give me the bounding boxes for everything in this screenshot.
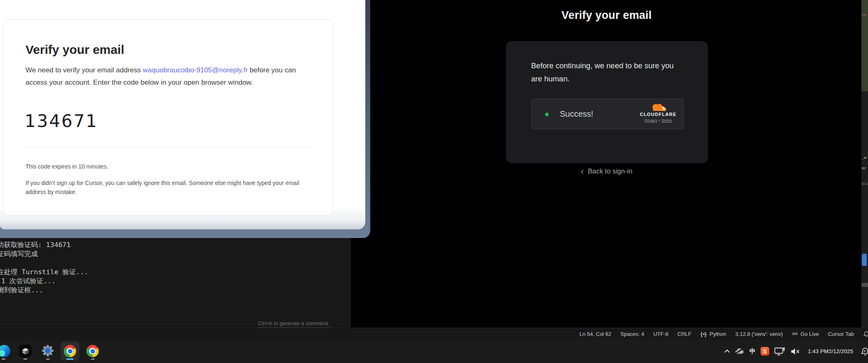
chevron-left-icon: ‹ xyxy=(581,166,584,176)
onedrive-offline-icon[interactable] xyxy=(734,347,745,356)
email-window: Verify your email We need to verify your… xyxy=(0,0,365,229)
verification-code: 134671 xyxy=(25,111,98,131)
taskbar-clock[interactable]: 1:43 PM 2/12/2025 xyxy=(808,348,853,355)
scrollbar-badge[interactable] xyxy=(862,254,867,266)
system-tray: 中 S 1:43 PM 2/12/2025 xyxy=(725,340,868,363)
terminal-output: 功获取验证码: 134671 证码填写完成 在处理 Turnstile 验证..… xyxy=(0,240,88,295)
email-card: Verify your email We need to verify your… xyxy=(3,19,333,215)
turnstile-status: Success! xyxy=(560,109,593,119)
statusbar-eol[interactable]: CRLF xyxy=(673,328,696,340)
svg-text:z: z xyxy=(864,349,866,353)
verify-page-title: Verify your email xyxy=(351,9,862,22)
cloudflare-cloud-icon xyxy=(649,103,668,111)
braces-icon: {} xyxy=(701,331,707,337)
scrollbar-thumb[interactable] xyxy=(861,283,868,287)
turnstile-widget[interactable]: Success! CLOUDFLARE Privacy•Terms xyxy=(531,99,684,129)
taskbar: 中 S 1:43 PM 2/12/2025 xyxy=(0,340,868,363)
running-indicator xyxy=(46,358,50,360)
editor-sliver: co _w er bli xyxy=(861,0,868,328)
terms-link[interactable]: Terms xyxy=(661,118,672,123)
terminal-line: 功获取验证码: 134671 xyxy=(0,240,88,250)
running-indicator xyxy=(91,358,95,360)
back-link-label: Back to sign-in xyxy=(588,167,632,175)
cloudflare-logo: CLOUDFLARE Privacy•Terms xyxy=(638,103,678,123)
code-fragment: _w xyxy=(862,155,866,160)
statusbar-cursor-tab[interactable]: Cursor Tab xyxy=(824,328,859,340)
chrome-icon[interactable] xyxy=(86,345,99,357)
browser-window: Verify your email Before continuing, we … xyxy=(351,0,862,328)
bell-icon xyxy=(863,331,868,338)
email-address-link[interactable]: waquobraucoibo-9105@noreply.fr xyxy=(143,66,248,74)
email-body: We need to verify your email address waq… xyxy=(26,64,316,88)
s-app-tray-icon[interactable]: S xyxy=(761,347,769,356)
tray-chevron-up-icon[interactable] xyxy=(725,349,729,354)
notification-bell-icon[interactable]: z xyxy=(861,347,868,356)
ime-indicator[interactable]: 中 xyxy=(750,347,756,355)
terminal-panel[interactable]: 功获取验证码: 134671 证码填写完成 在处理 Turnstile 验证..… xyxy=(0,238,351,328)
cube-icon xyxy=(21,347,30,355)
statusbar-interpreter[interactable]: 3.12.8 ('venv': venv) xyxy=(731,328,787,340)
screen: 功获取验证码: 134671 证码填写完成 在处理 Turnstile 验证..… xyxy=(0,0,868,363)
expiry-note: This code expires in 10 minutes. xyxy=(26,163,108,170)
verify-card-message: Before continuing, we need to be sure yo… xyxy=(531,59,687,85)
tray-time: 1:43 PM xyxy=(808,348,829,355)
tray-date: 2/12/2025 xyxy=(829,348,853,355)
divider xyxy=(26,147,312,148)
display-tray-icon[interactable] xyxy=(774,347,785,356)
taskbar-app-icons xyxy=(0,340,115,363)
success-dot-icon xyxy=(545,113,549,116)
email-heading: Verify your email xyxy=(26,43,124,57)
statusbar-encoding[interactable]: UTF-8 xyxy=(649,328,673,340)
active-running-indicator xyxy=(66,358,74,360)
volume-muted-icon[interactable] xyxy=(790,347,801,356)
broadcast-icon xyxy=(792,331,798,337)
running-indicator xyxy=(2,358,5,360)
code-fragment: er xyxy=(862,166,866,170)
back-to-sign-in-link[interactable]: ‹Back to sign-in xyxy=(351,166,862,177)
status-bar: Ln 54, Col 62 Spaces: 4 UTF-8 CRLF {} Py… xyxy=(0,328,868,340)
code-fragment: co xyxy=(862,13,866,17)
code-fragment: bli xyxy=(862,182,868,186)
dot-separator: • xyxy=(659,118,660,123)
email-body-before: We need to verify your email address xyxy=(26,66,143,74)
cursor-app-icon[interactable] xyxy=(19,345,32,357)
settings-gear-icon[interactable] xyxy=(41,344,54,357)
statusbar-go-live[interactable]: Go Live xyxy=(787,328,824,340)
statusbar-go-live-label: Go Live xyxy=(801,331,819,337)
ignore-note: If you didn’t sign up for Cursor, you ca… xyxy=(26,179,316,197)
statusbar-language-label: Python xyxy=(710,331,726,337)
terminal-line: 测到验证框... xyxy=(0,286,88,295)
running-indicator xyxy=(23,358,27,360)
cloudflare-wordmark: CLOUDFLARE xyxy=(638,112,678,117)
chrome-active-icon[interactable] xyxy=(60,342,79,361)
email-window-frame: Verify your email We need to verify your… xyxy=(0,0,370,238)
statusbar-cursor-position[interactable]: Ln 54, Col 62 xyxy=(575,328,616,340)
edge-icon[interactable] xyxy=(0,345,10,357)
statusbar-language[interactable]: {} Python xyxy=(696,328,731,340)
verify-card: Before continuing, we need to be sure yo… xyxy=(506,41,708,163)
terminal-line: 证码填写完成 xyxy=(0,250,88,259)
terminal-line: 1 次尝试验证... xyxy=(0,277,88,286)
statusbar-indentation[interactable]: Spaces: 4 xyxy=(616,328,649,340)
statusbar-notifications[interactable] xyxy=(859,328,868,340)
terminal-command-hint: Ctrl+K to generate a command xyxy=(258,321,328,326)
privacy-link[interactable]: Privacy xyxy=(645,118,657,123)
terminal-line: 在处理 Turnstile 验证... xyxy=(0,268,88,277)
terminal-line xyxy=(0,259,88,268)
chrome-logo-icon xyxy=(64,345,76,357)
